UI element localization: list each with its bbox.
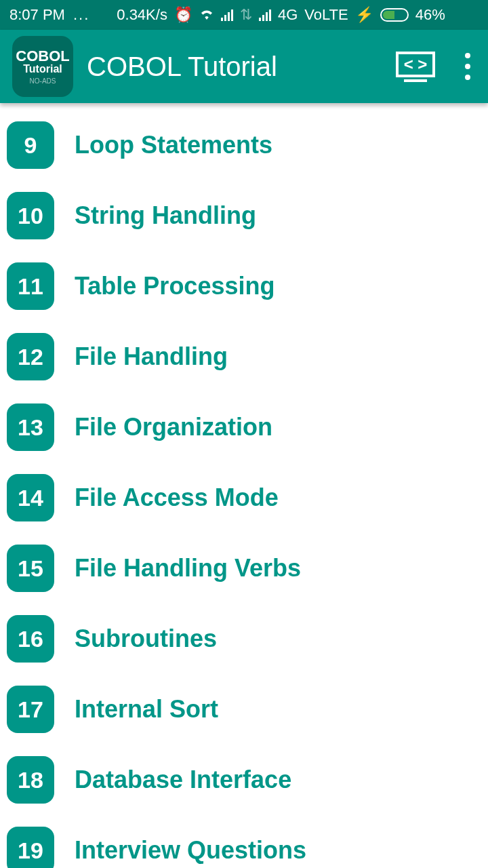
lesson-item[interactable]: 12 File Handling [7, 321, 481, 392]
page-title: COBOL Tutorial [87, 52, 277, 82]
lesson-number: 17 [7, 686, 54, 733]
lesson-label: File Handling Verbs [75, 554, 301, 583]
lesson-item[interactable]: 13 File Organization [7, 392, 481, 462]
signal-2-icon [259, 9, 271, 21]
lesson-number: 13 [7, 403, 54, 451]
lesson-label: Subroutines [75, 625, 217, 653]
lesson-label: Database Interface [75, 766, 291, 794]
lesson-label: File Organization [75, 413, 272, 441]
app-icon: COBOL Tutorial NO-ADS [12, 36, 73, 97]
lesson-item[interactable]: 19 Interview Questions [7, 815, 481, 868]
lesson-label: File Access Mode [75, 484, 279, 512]
lesson-label: Internal Sort [75, 695, 218, 724]
lesson-item[interactable]: 10 String Handling [7, 180, 481, 251]
wifi-icon [199, 6, 214, 24]
lesson-number: 11 [7, 262, 54, 310]
app-bar: COBOL Tutorial NO-ADS COBOL Tutorial < > [0, 30, 488, 103]
lesson-list: 9 Loop Statements 10 String Handling 11 … [0, 103, 488, 868]
lesson-item[interactable]: 9 Loop Statements [7, 110, 481, 180]
lesson-number: 19 [7, 827, 54, 868]
lesson-label: Table Processing [75, 272, 274, 300]
signal-1-icon [221, 9, 233, 21]
lesson-item[interactable]: 16 Subroutines [7, 604, 481, 674]
alarm-icon: ⏰ [174, 6, 192, 24]
status-volte: VoLTE [304, 6, 348, 24]
status-notif-icon: ... [73, 6, 89, 24]
data-arrows-icon: ⇅ [240, 6, 252, 24]
lesson-label: Loop Statements [75, 131, 272, 159]
status-network: 4G [278, 6, 298, 24]
lesson-item[interactable]: 14 File Access Mode [7, 462, 481, 533]
status-time: 8:07 PM [9, 6, 65, 24]
lesson-item[interactable]: 17 Internal Sort [7, 674, 481, 745]
lesson-item[interactable]: 15 File Handling Verbs [7, 533, 481, 604]
code-screen-icon[interactable]: < > [396, 52, 435, 82]
lesson-number: 12 [7, 333, 54, 380]
lesson-number: 10 [7, 192, 54, 239]
status-bar: 8:07 PM ... 0.34K/s ⏰ ⇅ 4G VoLTE ⚡ 46% [0, 0, 488, 30]
lesson-label: File Handling [75, 342, 228, 371]
battery-icon [380, 8, 409, 22]
status-speed: 0.34K/s [117, 6, 167, 24]
lesson-label: Interview Questions [75, 836, 306, 865]
lesson-number: 15 [7, 545, 54, 592]
charging-icon: ⚡ [355, 6, 373, 24]
status-battery-pct: 46% [415, 6, 445, 24]
lesson-number: 14 [7, 474, 54, 521]
lesson-number: 16 [7, 615, 54, 663]
lesson-item[interactable]: 18 Database Interface [7, 745, 481, 815]
lesson-label: String Handling [75, 201, 256, 230]
lesson-item[interactable]: 11 Table Processing [7, 251, 481, 321]
lesson-number: 9 [7, 121, 54, 169]
more-menu-icon[interactable] [460, 53, 476, 80]
lesson-number: 18 [7, 756, 54, 804]
